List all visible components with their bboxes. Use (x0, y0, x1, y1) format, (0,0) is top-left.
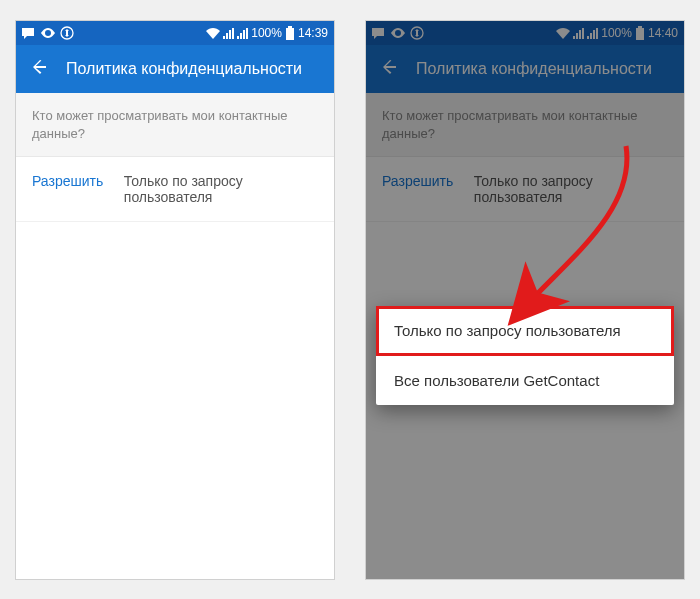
dialog-option-all-users[interactable]: Все пользователи GetContact (376, 356, 674, 405)
section-header: Кто может просматривать мои контактные д… (16, 93, 334, 157)
phone-screenshot-right: 100% 14:40 Политика конфиденциальности К… (365, 20, 685, 580)
modal-scrim[interactable] (366, 21, 684, 579)
permission-dialog: Только по запросу пользователя Все польз… (376, 306, 674, 405)
wifi-icon (206, 28, 220, 39)
phone-screenshot-left: 100% 14:39 Политика конфиденциальности К… (15, 20, 335, 580)
status-bar: 100% 14:39 (16, 21, 334, 45)
signal-icon (223, 28, 234, 39)
sync-icon (60, 26, 74, 40)
clock: 14:39 (298, 26, 328, 40)
signal-icon-2 (237, 28, 248, 39)
battery-icon (285, 26, 295, 40)
svg-rect-2 (286, 28, 294, 40)
back-arrow-icon[interactable] (28, 57, 48, 82)
app-bar-title: Политика конфиденциальности (66, 60, 302, 78)
eye-icon (40, 28, 56, 38)
svg-rect-3 (288, 26, 292, 28)
setting-label: Разрешить (32, 173, 124, 205)
app-bar: Политика конфиденциальности (16, 45, 334, 93)
svg-point-0 (47, 32, 50, 35)
message-icon (22, 27, 36, 39)
battery-percent: 100% (251, 26, 282, 40)
dialog-option-by-request[interactable]: Только по запросу пользователя (376, 306, 674, 356)
privacy-permission-row[interactable]: Разрешить Только по запросу пользователя (16, 157, 334, 222)
setting-value: Только по запросу пользователя (124, 173, 318, 205)
